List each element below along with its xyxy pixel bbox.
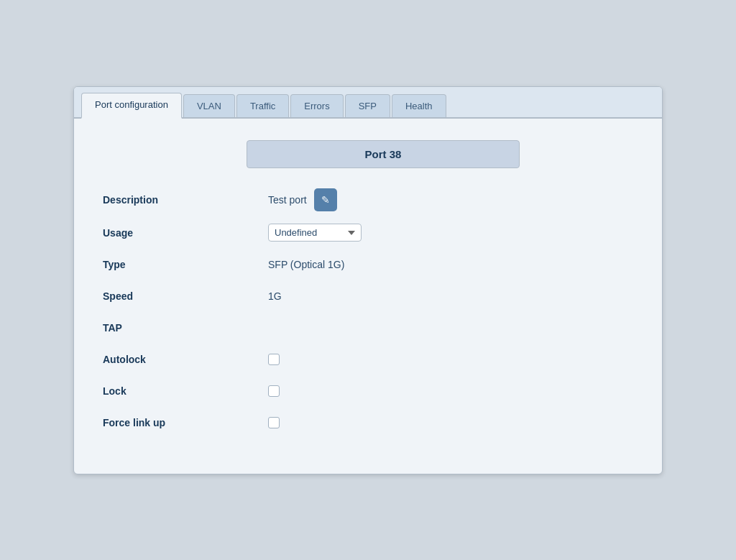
tab-sfp[interactable]: SFP bbox=[345, 94, 390, 117]
tab-health[interactable]: Health bbox=[392, 94, 446, 117]
edit-description-button[interactable]: ✎ bbox=[314, 188, 337, 211]
description-label: Description bbox=[103, 183, 261, 217]
lock-label: Lock bbox=[103, 375, 261, 407]
tab-bar: Port configurationVLANTrafficErrorsSFPHe… bbox=[74, 87, 662, 119]
force-link-up-label: Force link up bbox=[103, 407, 261, 439]
tap-label: TAP bbox=[103, 312, 261, 344]
type-row: Type SFP (Optical 1G) bbox=[103, 249, 633, 280]
description-row: Description Test port ✎ bbox=[103, 183, 633, 217]
description-text: Test port bbox=[268, 194, 307, 206]
lock-row: Lock bbox=[103, 375, 633, 407]
port-header: Port 38 bbox=[247, 140, 520, 168]
speed-value: 1G bbox=[261, 280, 633, 312]
tab-errors[interactable]: Errors bbox=[290, 94, 343, 117]
speed-row: Speed 1G bbox=[103, 280, 633, 312]
usage-select[interactable]: UndefinedAccessTrunkUplink bbox=[268, 224, 362, 242]
force-link-up-row: Force link up bbox=[103, 407, 633, 439]
tab-port-configuration[interactable]: Port configuration bbox=[81, 93, 182, 119]
force-link-up-value-cell bbox=[261, 407, 633, 439]
usage-label: Usage bbox=[103, 217, 261, 249]
autolock-checkbox[interactable] bbox=[268, 354, 280, 365]
type-label: Type bbox=[103, 249, 261, 280]
lock-value-cell bbox=[261, 375, 633, 407]
tab-vlan[interactable]: VLAN bbox=[183, 94, 235, 117]
pencil-icon: ✎ bbox=[321, 194, 330, 206]
config-form: Description Test port ✎ Usage bbox=[103, 183, 633, 439]
content-area: Port 38 Description Test port ✎ U bbox=[74, 119, 662, 460]
type-value: SFP (Optical 1G) bbox=[261, 249, 633, 280]
description-value-cell: Test port ✎ bbox=[261, 183, 633, 217]
force-link-up-checkbox[interactable] bbox=[268, 417, 280, 428]
usage-value-cell: UndefinedAccessTrunkUplink bbox=[261, 217, 633, 249]
lock-checkbox[interactable] bbox=[268, 385, 280, 397]
usage-row: Usage UndefinedAccessTrunkUplink bbox=[103, 217, 633, 249]
autolock-row: Autolock bbox=[103, 344, 633, 375]
speed-label: Speed bbox=[103, 280, 261, 312]
tap-row: TAP bbox=[103, 312, 633, 344]
main-panel: Port configurationVLANTrafficErrorsSFPHe… bbox=[73, 86, 663, 474]
autolock-value-cell bbox=[261, 344, 633, 375]
tap-value bbox=[261, 312, 633, 344]
description-row-inner: Test port ✎ bbox=[268, 188, 626, 211]
tab-traffic[interactable]: Traffic bbox=[236, 94, 289, 117]
autolock-label: Autolock bbox=[103, 344, 261, 375]
